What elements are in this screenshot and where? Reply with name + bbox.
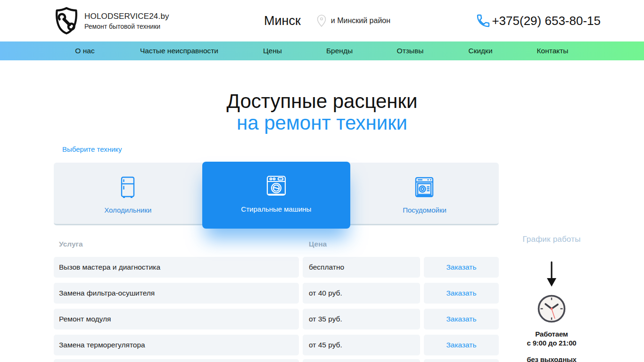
order-link[interactable]: Заказать [446, 315, 476, 323]
choose-appliance-label: Выберите технику [62, 145, 122, 153]
column-service: Услуга [54, 238, 299, 250]
column-price: Цена [303, 238, 420, 250]
service-price [303, 359, 420, 362]
tab-label: Холодильники [104, 206, 151, 214]
table-row: Замена терморегулятора от 45 руб. Заказа… [54, 335, 499, 355]
nav-item-brands[interactable]: Бренды [326, 41, 353, 60]
page: HOLODSERVICE24.by Ремонт бытовой техники… [0, 0, 644, 362]
price-table-header: Услуга Цена [54, 238, 499, 250]
shield-wrench-logo-icon [53, 7, 80, 35]
page-title-line2: на ремонт техники [0, 112, 644, 134]
nav-item-about[interactable]: О нас [75, 41, 94, 60]
header: HOLODSERVICE24.by Ремонт бытовой техники… [0, 0, 644, 41]
service-name: Замена фильтра-осушителя [54, 283, 299, 304]
washing-machine-icon [264, 174, 289, 198]
nav-item-contacts[interactable]: Контакты [537, 41, 569, 60]
service-price: от 35 руб. [303, 309, 420, 329]
service-price: от 40 руб. [303, 283, 420, 304]
phone-icon [476, 13, 491, 28]
phone-number[interactable]: +375(29) 653-80-15 [492, 14, 601, 28]
location-block: Минск и Минский район [264, 0, 390, 41]
tab-fridges[interactable]: Холодильники [54, 163, 202, 224]
main-nav: О нас Частые неисправности Цены Бренды О… [0, 41, 644, 60]
service-name: Ремонт модуля [54, 309, 299, 329]
service-price: от 45 руб. [303, 335, 420, 355]
fridge-icon [116, 175, 140, 199]
nav-item-prices[interactable]: Цены [263, 41, 282, 60]
tab-washing-machines[interactable]: Стиральные машины [202, 162, 351, 229]
logo-text: HOLODSERVICE24.by Ремонт бытовой техники [84, 12, 169, 30]
clock-icon [537, 294, 566, 323]
order-link[interactable]: Заказать [446, 289, 476, 297]
nav-item-faults[interactable]: Частые неисправности [140, 41, 218, 60]
dishwasher-icon [412, 175, 437, 199]
work-days: без выходных [509, 355, 594, 362]
location-pin-icon [316, 14, 327, 27]
tab-dishwashers[interactable]: Посудомойки [350, 163, 499, 224]
service-price: бесплатно [303, 257, 420, 278]
logo-title: HOLODSERVICE24.by [84, 12, 169, 21]
order-link[interactable]: Заказать [446, 341, 476, 349]
city-label: Минск [264, 14, 301, 28]
service-name: Замена терморегулятора [54, 335, 299, 355]
service-name [54, 359, 299, 362]
work-hours: с 9:00 до 21:00 [509, 339, 594, 347]
order-link[interactable]: Заказать [446, 263, 476, 272]
tab-label: Посудомойки [403, 206, 446, 214]
logo[interactable]: HOLODSERVICE24.by Ремонт бытовой техники [53, 7, 169, 35]
appliance-tabs: Холодильники Стиральные машины [54, 163, 499, 225]
phone-block[interactable]: +375(29) 653-80-15 [476, 0, 601, 41]
schedule-title: График работы [509, 235, 594, 244]
arrow-down-icon [545, 261, 559, 288]
table-row-partial [54, 359, 499, 362]
page-title: Доступные расценки на ремонт техники [0, 90, 644, 134]
table-row: Ремонт модуля от 35 руб. Заказать [54, 309, 499, 329]
region-label: и Минский район [331, 16, 390, 25]
table-row: Замена фильтра-осушителя от 40 руб. Зака… [54, 283, 499, 304]
page-title-line1: Доступные расценки [0, 90, 644, 112]
nav-item-discounts[interactable]: Скидки [468, 41, 492, 60]
service-name: Вызов мастера и диагностика [54, 257, 299, 278]
work-schedule: График работы Работаем с 9:00 до 21:00 б… [509, 235, 594, 362]
work-label: Работаем [509, 330, 594, 338]
logo-subtitle: Ремонт бытовой техники [84, 23, 169, 30]
table-row: Вызов мастера и диагностика бесплатно За… [54, 257, 499, 278]
nav-item-reviews[interactable]: Отзывы [397, 41, 424, 60]
tab-label: Стиральные машины [241, 205, 311, 213]
